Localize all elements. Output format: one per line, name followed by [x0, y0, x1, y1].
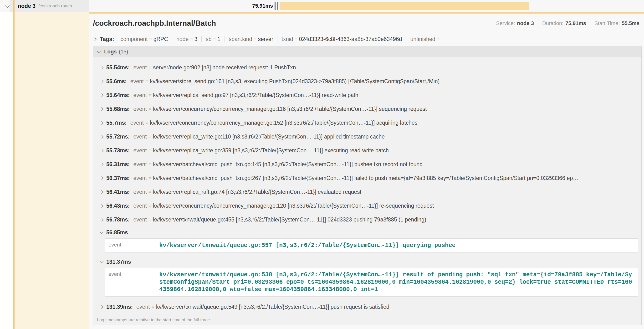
- tag-item: unfinished=: [406, 36, 445, 42]
- span-title: /cockroach.roachpb.Internal/Batch: [93, 19, 216, 28]
- log-message: server/node.go:902 [n3] node received re…: [153, 64, 296, 71]
- tag-key: component: [120, 36, 148, 42]
- tags-toggle-row[interactable]: Tags: component=gRPC node=3 sb=1 span.ki…: [89, 32, 644, 46]
- chevron-down-icon: [100, 260, 104, 264]
- log-message: kv/kvserver/batcheval/cmd_push_txn.go:26…: [153, 175, 578, 182]
- log-row-expanded-header[interactable]: 131.37ms: [100, 256, 642, 268]
- tag-key: unfinished: [410, 36, 435, 42]
- log-timestamp: 55.6ms:: [106, 78, 127, 85]
- log-message: kv/kvserver/concurrency/concurrency_mana…: [153, 203, 434, 209]
- chevron-right-icon: [100, 176, 104, 180]
- log-row[interactable]: 56.41ms: event = kv/kvserver/replica_raf…: [100, 185, 642, 199]
- equals-symbol: =: [254, 36, 256, 42]
- log-timestamp: 56.41ms:: [106, 189, 130, 195]
- logs-header[interactable]: Logs (15): [93, 46, 642, 57]
- log-row[interactable]: 55.73ms: event = kv/kvserver/replica_wri…: [100, 144, 642, 157]
- log-field-key: event: [136, 304, 150, 310]
- log-field-key: event: [133, 134, 146, 140]
- left-column-divider: [4, 0, 4, 329]
- span-duration-label: 75.91ms: [223, 0, 273, 12]
- log-message: kv/kvserver/replica_write.go:359 [n3,s3,…: [153, 147, 389, 154]
- log-row[interactable]: 56.78ms: event = kv/kvserver/txnwait/que…: [100, 213, 642, 226]
- chevron-right-icon: [100, 305, 104, 309]
- log-timestamp: 55.73ms:: [106, 147, 130, 154]
- logs-count: (15): [119, 49, 128, 55]
- tag-value: gRPC: [154, 36, 168, 42]
- chevron-right-icon: [100, 93, 104, 97]
- log-row[interactable]: 56.43ms: event = kv/kvserver/concurrency…: [100, 199, 642, 213]
- log-field-value: kv/kvserver/txnwait/queue.go:557 [n3,s3,…: [159, 242, 638, 249]
- log-message: kv/kvserver/replica_send.go:97 [n3,s3,r6…: [153, 92, 358, 98]
- chevron-right-icon: [100, 135, 104, 138]
- chevron-right-icon: [100, 204, 104, 208]
- log-timestamp: 56.85ms: [106, 229, 128, 236]
- span-service-label: node 3: [18, 3, 36, 9]
- chevron-right-icon: [100, 66, 104, 70]
- detail-panel-accent-line: [89, 12, 644, 14]
- log-row[interactable]: 55.72ms: event = kv/kvserver/replica_wri…: [100, 130, 642, 144]
- tag-key: node: [176, 36, 188, 42]
- start-time-stat: Start Time:55.5ms: [594, 20, 640, 26]
- log-row[interactable]: 55.54ms: event = server/node.go:902 [n3]…: [100, 60, 642, 74]
- log-event-detail-card: event kv/kvserver/txnwait/queue.go:538 […: [105, 268, 638, 296]
- log-field-key: event: [133, 161, 146, 168]
- log-field-key: event: [130, 120, 144, 126]
- log-row[interactable]: 55.68ms: event = kv/kvserver/concurrency…: [100, 102, 642, 116]
- span-color-stripe: [13, 0, 14, 329]
- chevron-right-icon: [100, 121, 104, 125]
- log-timestamp: 55.72ms:: [106, 134, 130, 140]
- log-timestamp: 55.68ms:: [106, 106, 130, 112]
- equals-symbol: =: [148, 64, 151, 70]
- log-row[interactable]: 55.7ms: event = kv/kvserver/concurrency/…: [100, 116, 642, 130]
- log-field-key: event: [105, 242, 159, 249]
- log-field-key: event: [130, 78, 144, 85]
- log-timestamp: 56.31ms:: [106, 161, 130, 168]
- log-row[interactable]: 55.6ms: event = kv/kvserver/store_send.g…: [100, 74, 642, 88]
- equals-symbol: =: [148, 92, 151, 98]
- logs-section: Logs (15) 55.54ms: event = server/node.g…: [93, 46, 642, 325]
- log-field-key: event: [105, 271, 159, 293]
- log-list: 55.54ms: event = server/node.go:902 [n3]…: [93, 57, 642, 314]
- log-entry-expanded: 56.85ms event kv/kvserver/txnwait/queue.…: [100, 226, 642, 252]
- log-message: kv/kvserver/store_send.go:161 [n3,s3] ex…: [150, 78, 440, 85]
- log-field-key: event: [133, 147, 146, 154]
- log-row[interactable]: 56.37ms: event = kv/kvserver/batcheval/c…: [100, 171, 642, 185]
- log-timestamp: 56.78ms:: [106, 216, 130, 223]
- duration-stat: Duration:75.91ms: [542, 20, 586, 26]
- equals-symbol: =: [146, 78, 148, 84]
- chevron-right-icon: [100, 80, 104, 83]
- tag-key: sb: [206, 36, 212, 42]
- log-row[interactable]: 56.31ms: event = kv/kvserver/batcheval/c…: [100, 157, 642, 171]
- log-row[interactable]: 55.64ms: event = kv/kvserver/replica_sen…: [100, 88, 642, 102]
- tag-item: span.kind=server: [225, 36, 278, 42]
- chevron-right-icon: [100, 107, 104, 111]
- log-event-detail-card: event kv/kvserver/txnwait/queue.go:557 […: [105, 238, 638, 252]
- log-field-key: event: [133, 64, 146, 71]
- equals-symbol: =: [148, 106, 151, 112]
- log-field-key: event: [133, 203, 146, 209]
- span-name-cell[interactable]: node 3 /cockroach.roach…: [10, 0, 89, 12]
- span-duration-bar[interactable]: [280, 2, 529, 10]
- tag-item: sb=1: [202, 36, 224, 42]
- chevron-right-icon: [100, 148, 104, 152]
- log-timestamp: 131.39ms:: [106, 304, 133, 310]
- chevron-down-icon: [97, 49, 101, 53]
- equals-symbol: =: [213, 36, 216, 42]
- tag-item: txnid=024d3323-6c8f-4863-aa8b-37ab0e6349…: [278, 36, 406, 42]
- chevron-right-icon: [100, 190, 104, 194]
- log-field-key: event: [133, 175, 146, 182]
- log-row-expanded-header[interactable]: 56.85ms: [100, 226, 642, 238]
- collapse-all-chevron-icon[interactable]: [6, 4, 9, 8]
- log-row[interactable]: 131.39ms: event = kv/kvserver/txnwait/qu…: [100, 300, 642, 314]
- tag-item: node=3: [172, 36, 202, 42]
- span-stats: Service:node 3 Duration:75.91ms Start Ti…: [496, 20, 640, 26]
- self-time-ticks: [274, 2, 280, 10]
- log-message: kv/kvserver/replica_write.go:110 [n3,s3,…: [153, 134, 385, 140]
- log-field-value: kv/kvserver/txnwait/queue.go:538 [n3,s3,…: [159, 271, 638, 293]
- tag-value: 024d3323-6c8f-4863-aa8b-37ab0e63496d: [299, 36, 402, 42]
- equals-symbol: =: [148, 203, 151, 208]
- stat-divider: [538, 20, 538, 26]
- tag-value: 1: [217, 36, 220, 42]
- log-timestamp: 55.54ms:: [106, 64, 130, 71]
- log-field-key: event: [133, 92, 146, 98]
